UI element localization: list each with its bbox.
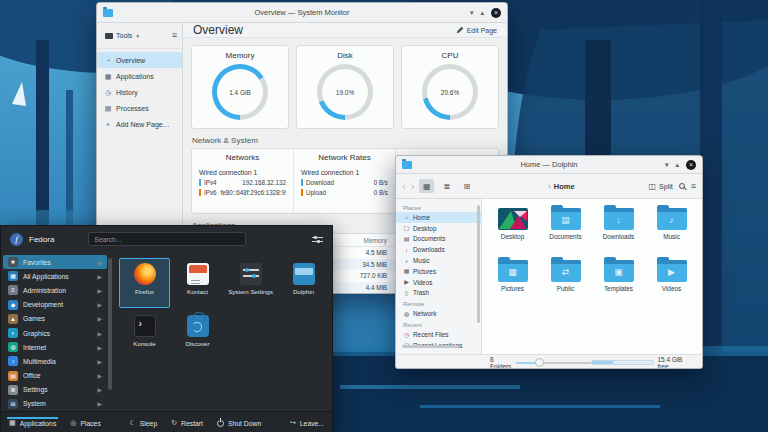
sidebar-item-add-new-page[interactable]: + Add New Page… bbox=[97, 116, 182, 132]
category-office[interactable]: ▤Office▶ bbox=[1, 369, 109, 383]
folder-downloads[interactable]: ↓ Downloads bbox=[592, 205, 645, 257]
memory-gauge-card: Memory 1.4 GiB bbox=[191, 45, 289, 129]
shutdown-button[interactable]: Shut Down bbox=[217, 419, 261, 427]
sidebar-item-overview[interactable]: ◔ Overview bbox=[97, 52, 182, 68]
category-multimedia[interactable]: ♪Multimedia▶ bbox=[1, 354, 109, 368]
places-item-network[interactable]: ◍Network bbox=[396, 308, 481, 319]
split-button[interactable]: ◫ Split bbox=[649, 182, 673, 191]
close-icon[interactable]: × bbox=[491, 8, 501, 18]
system-monitor-titlebar[interactable]: Overview — System Monitor ▾ ▴ × bbox=[97, 3, 507, 23]
recent-section-title: Recent bbox=[396, 319, 481, 329]
tab-places[interactable]: ◎ Places bbox=[70, 418, 101, 427]
network-rates-column: Network Rates Wired connection 1 Downloa… bbox=[294, 149, 396, 213]
app-system-settings[interactable]: System Settings bbox=[225, 258, 276, 308]
dolphin-titlebar[interactable]: Home — Dolphin ▾ ▴ × bbox=[396, 156, 702, 174]
videos-icon: ▶ bbox=[403, 279, 410, 285]
tools-label: Tools bbox=[116, 32, 132, 39]
places-item-home[interactable]: ⌂Home bbox=[396, 212, 481, 223]
edit-page-button[interactable]: Edit Page bbox=[456, 26, 497, 34]
processes-icon: ▤ bbox=[104, 105, 112, 112]
sidebar-item-history[interactable]: ◷ History bbox=[97, 84, 182, 100]
minimize-icon[interactable]: ▾ bbox=[470, 9, 474, 16]
administration-icon: ≡ bbox=[8, 285, 18, 295]
dolphin-toolbar: ‹ › ▦ ≣ ⊞ ›Home ◫ Split ≡ bbox=[396, 174, 702, 199]
places-item-pictures[interactable]: ▦Pictures bbox=[396, 266, 481, 277]
compact-view-button[interactable]: ≣ bbox=[439, 179, 454, 193]
category-favorites[interactable]: ★Favorites▶ bbox=[3, 255, 107, 269]
folder-desktop[interactable]: Desktop bbox=[486, 205, 539, 257]
games-icon: ▲ bbox=[8, 314, 18, 324]
icons-view-button[interactable]: ▦ bbox=[419, 179, 434, 193]
app-konsole[interactable]: Konsole bbox=[119, 310, 170, 360]
folder-view: Desktop ▤ Documents ↓ Downloads ♪ Music … bbox=[482, 199, 702, 354]
sidebar-item-processes[interactable]: ▤ Processes bbox=[97, 100, 182, 116]
minimize-icon[interactable]: ▾ bbox=[665, 161, 669, 168]
folder-icon: ▤ bbox=[551, 208, 581, 230]
configure-icon[interactable] bbox=[312, 235, 323, 244]
places-item-documents[interactable]: ▤Documents bbox=[396, 234, 481, 245]
places-item-desktop[interactable]: ▢Desktop bbox=[396, 223, 481, 234]
chevron-right-icon: ▶ bbox=[97, 344, 102, 351]
folder-documents[interactable]: ▤ Documents bbox=[539, 205, 592, 257]
free-space-label: 15.4 GiB free bbox=[658, 356, 695, 370]
leave-button[interactable]: ↪ Leave... bbox=[290, 418, 324, 427]
hamburger-menu-icon[interactable]: ≡ bbox=[691, 182, 696, 191]
places-item-music[interactable]: ♪Music bbox=[396, 255, 481, 266]
chevron-right-icon: ▶ bbox=[97, 273, 102, 280]
details-view-button[interactable]: ⊞ bbox=[459, 179, 474, 193]
folder-pictures[interactable]: ▦ Pictures bbox=[486, 257, 539, 309]
hamburger-menu-icon[interactable]: ≡ bbox=[172, 31, 177, 40]
disk-donut-gauge: 19.0% bbox=[317, 64, 373, 120]
forward-icon[interactable]: › bbox=[411, 181, 415, 192]
app-kontact[interactable]: Kontact bbox=[172, 258, 223, 308]
folder-icon: ⇄ bbox=[551, 260, 581, 282]
search-input[interactable] bbox=[88, 232, 246, 246]
home-icon: ⌂ bbox=[403, 214, 410, 220]
places-item-recent-files[interactable]: ◷Recent Files bbox=[396, 329, 481, 340]
internet-icon: ◍ bbox=[8, 342, 18, 352]
zoom-slider-knob[interactable] bbox=[535, 358, 544, 367]
folder-public[interactable]: ⇄ Public bbox=[539, 257, 592, 309]
search-for-section-title: Search For bbox=[396, 351, 481, 354]
dolphin-app-icon bbox=[402, 161, 412, 169]
places-horizontal-scrollbar[interactable] bbox=[402, 345, 458, 348]
category-graphics[interactable]: ◐Graphics▶ bbox=[1, 326, 109, 340]
window-title: Overview — System Monitor bbox=[97, 8, 507, 17]
places-section-title: Places bbox=[396, 202, 481, 212]
restart-button[interactable]: ↻ Restart bbox=[171, 418, 203, 427]
back-icon[interactable]: ‹ bbox=[402, 181, 406, 192]
places-item-trash[interactable]: ▯Trash bbox=[396, 288, 481, 299]
folder-templates[interactable]: ▣ Templates bbox=[592, 257, 645, 309]
tools-button[interactable]: Tools ▼ bbox=[102, 30, 143, 41]
category-development[interactable]: ◆Development▶ bbox=[1, 298, 109, 312]
maximize-icon[interactable]: ▴ bbox=[480, 9, 484, 16]
page-title: Overview bbox=[193, 23, 243, 37]
folder-videos[interactable]: ▶ Videos bbox=[645, 257, 698, 309]
sidebar-item-applications[interactable]: ▦ Applications bbox=[97, 68, 182, 84]
chevron-right-icon: ▶ bbox=[97, 386, 102, 393]
folder-icon: ▶ bbox=[657, 260, 687, 282]
ipv4-legend-bar bbox=[199, 179, 201, 186]
breadcrumb[interactable]: ›Home bbox=[479, 182, 643, 191]
places-item-downloads[interactable]: ↓Downloads bbox=[396, 244, 481, 255]
app-firefox[interactable]: Firefox bbox=[119, 258, 170, 308]
category-games[interactable]: ▲Games▶ bbox=[1, 312, 109, 326]
search-icon[interactable] bbox=[679, 183, 685, 189]
category-settings[interactable]: ≣Settings▶ bbox=[1, 383, 109, 397]
zoom-slider[interactable] bbox=[516, 362, 592, 364]
category-internet[interactable]: ◍Internet▶ bbox=[1, 340, 109, 354]
app-dolphin[interactable]: Dolphin bbox=[278, 258, 329, 308]
close-icon[interactable]: × bbox=[686, 160, 696, 170]
app-discover[interactable]: Discover bbox=[172, 310, 223, 360]
folder-music[interactable]: ♪ Music bbox=[645, 205, 698, 257]
category-administration[interactable]: ≡Administration▶ bbox=[1, 283, 109, 297]
ipv6-legend-bar bbox=[199, 189, 201, 196]
category-all-applications[interactable]: ▦All Applications▶ bbox=[1, 269, 109, 283]
places-item-videos[interactable]: ▶Videos bbox=[396, 277, 481, 288]
category-system[interactable]: ⊞System▶ bbox=[1, 397, 109, 411]
sleep-button[interactable]: ☾ Sleep bbox=[130, 418, 158, 427]
tab-applications[interactable]: ▦ Applications bbox=[9, 418, 56, 427]
places-scrollbar[interactable] bbox=[477, 205, 480, 323]
category-scrollbar[interactable] bbox=[108, 258, 112, 390]
maximize-icon[interactable]: ▴ bbox=[675, 161, 679, 168]
